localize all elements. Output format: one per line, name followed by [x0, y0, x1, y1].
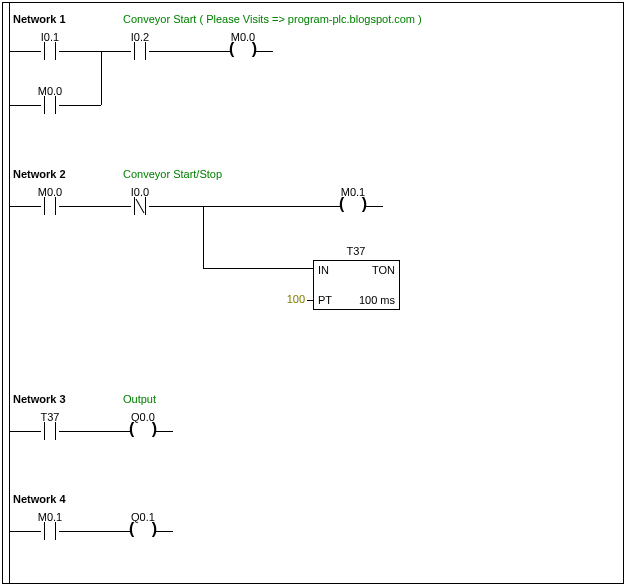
addr: M0.1 — [30, 511, 70, 523]
wire — [10, 51, 41, 52]
wire — [59, 51, 131, 52]
addr: I0.1 — [30, 31, 70, 43]
coil[interactable]: () — [131, 522, 155, 540]
contact-no[interactable] — [41, 422, 59, 440]
wire — [10, 105, 41, 106]
wire — [149, 51, 231, 52]
contact-no[interactable] — [131, 42, 149, 60]
addr: Q0.0 — [123, 411, 163, 423]
addr: Q0.1 — [123, 511, 163, 523]
wire — [10, 431, 41, 432]
contact-no[interactable] — [41, 42, 59, 60]
contact-no[interactable] — [41, 96, 59, 114]
wire — [59, 206, 131, 207]
wire — [101, 51, 102, 105]
coil[interactable]: () — [231, 42, 255, 60]
wire — [10, 206, 41, 207]
network1-title: Network 1 — [13, 13, 66, 25]
wire — [155, 531, 173, 532]
network1-comment: Conveyor Start ( Please Visits => progra… — [123, 13, 422, 25]
timer-res-label: 100 ms — [359, 294, 395, 306]
network2-title: Network 2 — [13, 168, 66, 180]
addr: I0.0 — [120, 186, 160, 198]
contact-no[interactable] — [41, 522, 59, 540]
wire — [59, 105, 101, 106]
ladder-editor: Network 1 Conveyor Start ( Please Visits… — [2, 2, 624, 584]
wire — [59, 431, 131, 432]
timer-pt-label: PT — [318, 294, 332, 306]
network3-title: Network 3 — [13, 393, 66, 405]
coil[interactable]: () — [131, 422, 155, 440]
timer-type-label: TON — [372, 264, 395, 276]
network3-comment: Output — [123, 393, 156, 405]
network4-title: Network 4 — [13, 493, 66, 505]
addr: M0.0 — [223, 31, 263, 43]
wire — [10, 531, 41, 532]
addr: M0.0 — [30, 186, 70, 198]
contact-nc[interactable] — [131, 197, 149, 215]
timer-name: T37 — [336, 245, 376, 257]
coil[interactable]: () — [341, 197, 365, 215]
timer-in-label: IN — [318, 264, 329, 276]
wire — [203, 268, 313, 269]
contact-no[interactable] — [41, 197, 59, 215]
addr: M0.0 — [30, 85, 70, 97]
wire — [203, 206, 204, 268]
wire — [365, 206, 383, 207]
network2-comment: Conveyor Start/Stop — [123, 168, 222, 180]
addr: M0.1 — [333, 186, 373, 198]
addr: I0.2 — [120, 31, 160, 43]
timer-pt-value: 100 — [273, 293, 305, 305]
left-power-rail — [9, 3, 10, 583]
wire — [307, 300, 313, 301]
wire — [255, 51, 273, 52]
wire — [149, 206, 341, 207]
wire — [155, 431, 173, 432]
addr: T37 — [30, 411, 70, 423]
wire — [59, 531, 131, 532]
timer-box[interactable]: IN TON PT 100 ms — [313, 260, 400, 310]
